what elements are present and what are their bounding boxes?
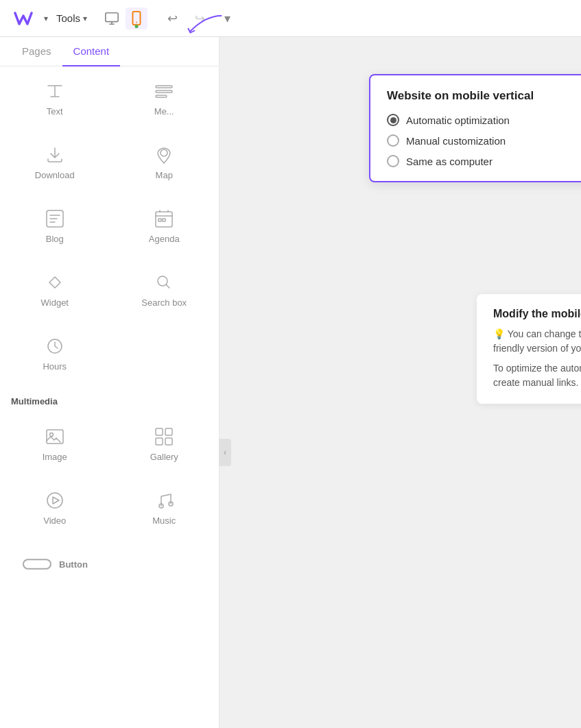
canvas: Website on mobile vertical Automatic opt… (220, 37, 581, 728)
tools-menu[interactable]: Tools ▾ (56, 12, 87, 24)
sidebar-item-hours-label: Hours (43, 361, 67, 372)
popup-option-same-label: Same as computer (406, 156, 493, 167)
sidebar-item-map[interactable]: Map (110, 130, 220, 194)
sidebar-item-text-label: Text (47, 106, 63, 117)
sidebar-item-music[interactable]: Music (110, 476, 220, 539)
sidebar-item-hours[interactable]: Hours (0, 321, 110, 385)
popup-title: Website on mobile vertical (387, 89, 581, 103)
sidebar-item-search-box-label: Search box (141, 298, 187, 308)
svg-rect-9 (158, 219, 161, 221)
mobile-vertical-popup: Website on mobile vertical Automatic opt… (369, 74, 581, 182)
sidebar-item-music-label: Music (152, 515, 176, 526)
main-layout: Pages Content Text Me... Download (0, 37, 581, 728)
sidebar-item-search-box[interactable]: Search box (110, 258, 220, 321)
history-actions: ↩ ↪ ▾ (161, 8, 238, 29)
logo-chevron[interactable]: ▾ (44, 14, 48, 23)
info-box-title: Modify the mobile website (493, 308, 581, 320)
tab-content[interactable]: Content (62, 37, 121, 66)
popup-option-manual-label: Manual customization (406, 135, 506, 147)
svg-point-2 (136, 21, 137, 23)
popup-option-same[interactable]: Same as computer (387, 155, 581, 167)
sidebar-content: Text Me... Download Map (0, 66, 219, 728)
svg-rect-22 (23, 559, 51, 568)
tools-chevron: ▾ (83, 14, 87, 23)
sidebar-item-agenda[interactable]: Agenda (110, 194, 220, 258)
sidebar-item-video[interactable]: Video (0, 476, 110, 539)
sidebar-item-empty (110, 321, 220, 385)
info-box-para1: 💡 You can change the position of the blo… (493, 327, 581, 356)
popup-option-auto[interactable]: Automatic optimization (387, 114, 581, 126)
svg-rect-5 (156, 95, 167, 97)
sidebar-item-menu-label: Me... (154, 106, 174, 117)
sidebar-item-gallery-label: Gallery (150, 452, 178, 462)
sidebar-item-map-label: Map (156, 170, 173, 180)
svg-point-19 (47, 493, 62, 508)
sidebar-item-download[interactable]: Download (0, 130, 110, 194)
svg-rect-13 (47, 430, 63, 444)
radio-same[interactable] (387, 155, 399, 167)
sidebar-item-download-label: Download (35, 170, 75, 180)
sidebar-item-menu[interactable]: Me... (110, 66, 220, 130)
sidebar-tabs: Pages Content (0, 37, 219, 66)
tab-pages[interactable]: Pages (11, 37, 62, 66)
sidebar-item-button-label: Button (59, 559, 88, 570)
multimedia-grid: Image Gallery Video (0, 412, 219, 539)
sidebar: Pages Content Text Me... Download (0, 37, 220, 728)
info-box: Modify the mobile website 💡 You can chan… (477, 294, 581, 404)
sidebar-item-image-label: Image (43, 452, 67, 462)
device-group (101, 8, 147, 29)
sidebar-item-image[interactable]: Image (0, 412, 110, 476)
more-actions-button[interactable]: ▾ (216, 8, 238, 29)
sidebar-item-agenda-label: Agenda (149, 234, 180, 244)
button-section-label: Button (0, 539, 219, 583)
radio-auto-inner (390, 117, 396, 123)
sidebar-item-widget[interactable]: Widget (0, 258, 110, 321)
svg-rect-4 (156, 90, 172, 93)
sidebar-item-video-label: Video (43, 515, 66, 526)
svg-point-6 (161, 149, 167, 156)
undo-button[interactable]: ↩ (161, 8, 183, 29)
tools-label: Tools (56, 12, 80, 24)
mobile-device-btn[interactable] (126, 8, 147, 29)
svg-rect-0 (106, 12, 118, 21)
sidebar-item-button[interactable]: Button (11, 550, 208, 578)
svg-rect-3 (156, 86, 172, 88)
sidebar-grid: Text Me... Download Map (0, 66, 219, 385)
topbar: ▾ Tools ▾ ↩ ↪ ▾ (0, 0, 581, 37)
popup-option-auto-label: Automatic optimization (406, 114, 510, 126)
info-box-para2: To optimize the automatic version, move … (493, 361, 581, 390)
logo[interactable] (11, 6, 36, 31)
svg-rect-10 (163, 219, 165, 221)
sidebar-item-blog-label: Blog (46, 234, 64, 244)
redo-button[interactable]: ↪ (189, 8, 211, 29)
radio-auto[interactable] (387, 114, 399, 126)
svg-point-14 (49, 433, 53, 437)
multimedia-section-label: Multimedia (0, 385, 219, 412)
radio-manual[interactable] (387, 134, 399, 147)
popup-overlay: Website on mobile vertical Automatic opt… (369, 74, 581, 182)
sidebar-item-blog[interactable]: Blog (0, 194, 110, 258)
popup-option-manual[interactable]: Manual customization (387, 134, 581, 147)
info-box-body: 💡 You can change the position of the blo… (493, 327, 581, 390)
sidebar-item-gallery[interactable]: Gallery (110, 412, 220, 476)
svg-rect-17 (156, 438, 163, 445)
desktop-device-btn[interactable] (101, 8, 123, 29)
svg-rect-15 (156, 428, 163, 435)
sidebar-item-text[interactable]: Text (0, 66, 110, 130)
sidebar-collapse-handle[interactable]: ‹ (219, 439, 231, 466)
sidebar-item-widget-label: Widget (41, 298, 69, 308)
svg-rect-18 (165, 438, 172, 445)
svg-rect-16 (165, 428, 172, 435)
